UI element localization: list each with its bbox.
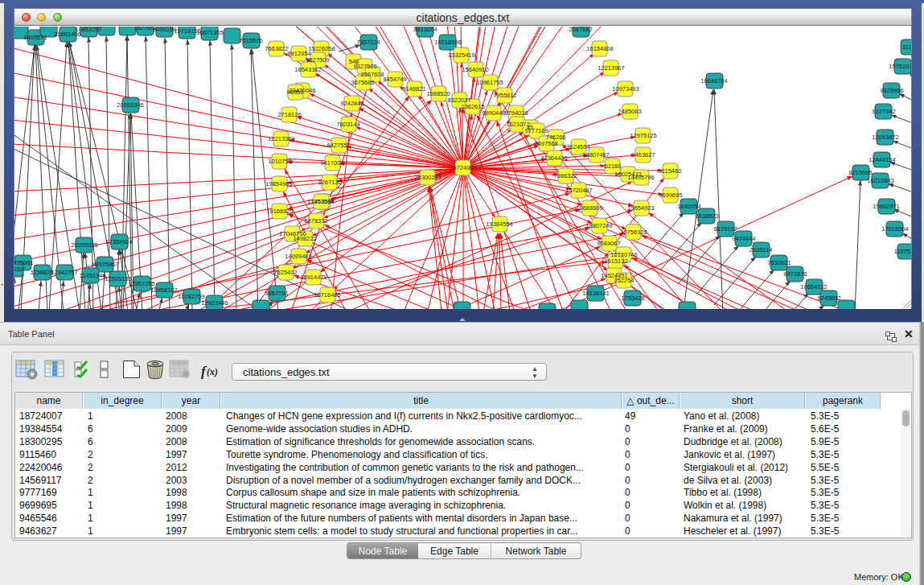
svg-text:8813054: 8813054 xyxy=(413,27,437,33)
svg-text:15692971: 15692971 xyxy=(873,203,899,210)
svg-text:1145194: 1145194 xyxy=(80,272,103,279)
svg-text:1640954: 1640954 xyxy=(677,203,700,210)
svg-text:16210643: 16210643 xyxy=(867,177,893,184)
svg-text:12093872: 12093872 xyxy=(872,134,898,141)
svg-text:7803144: 7803144 xyxy=(336,121,359,128)
svg-text:19854985: 19854985 xyxy=(265,180,292,187)
svg-text:1753426: 1753426 xyxy=(621,295,644,302)
svg-text:19166825: 19166825 xyxy=(266,208,293,215)
svg-text:3267130: 3267130 xyxy=(318,179,341,186)
svg-text:9245652: 9245652 xyxy=(817,295,840,302)
svg-text:12975125: 12975125 xyxy=(630,132,656,139)
svg-text:15226058: 15226058 xyxy=(308,45,335,52)
svg-text:10961755: 10961755 xyxy=(476,79,503,86)
svg-text:6497568: 6497568 xyxy=(534,140,557,147)
svg-text:1615132: 1615132 xyxy=(604,257,627,265)
svg-text:16543362: 16543362 xyxy=(294,66,321,73)
svg-text:17016504: 17016504 xyxy=(881,225,908,233)
svg-text:6466160: 6466160 xyxy=(153,27,176,33)
svg-text:12444154: 12444154 xyxy=(869,156,895,163)
svg-text:62160: 62160 xyxy=(605,163,622,170)
svg-text:12213967: 12213967 xyxy=(598,64,624,72)
svg-text:8454749: 8454749 xyxy=(383,76,406,83)
svg-text:8471676: 8471676 xyxy=(783,270,807,278)
svg-text:14495796: 14495796 xyxy=(627,174,654,181)
svg-text:8215955: 8215955 xyxy=(848,169,872,176)
svg-text:2718126: 2718126 xyxy=(277,111,301,118)
svg-text:14136141: 14136141 xyxy=(582,290,609,297)
svg-text:10756928: 10756928 xyxy=(620,229,647,236)
svg-text:7485063: 7485063 xyxy=(618,108,641,115)
svg-text:16914479: 16914479 xyxy=(300,274,326,281)
svg-text:15716485: 15716485 xyxy=(314,291,340,299)
svg-text:1117: 1117 xyxy=(902,43,911,51)
svg-text:5878332: 5878332 xyxy=(304,217,327,225)
svg-text:14099489: 14099489 xyxy=(285,253,311,260)
svg-text:10688609: 10688609 xyxy=(576,204,602,212)
svg-text:9327505: 9327505 xyxy=(353,63,376,70)
svg-text:7986322: 7986322 xyxy=(553,172,577,179)
svg-text:7625402: 7625402 xyxy=(273,269,297,276)
svg-text:8427552: 8427552 xyxy=(326,142,350,149)
svg-text:20053346: 20053346 xyxy=(117,101,143,109)
svg-text:1405571: 1405571 xyxy=(23,34,47,41)
svg-text:9463627: 9463627 xyxy=(631,151,655,159)
svg-text:9794028: 9794028 xyxy=(504,109,528,117)
svg-text:13325419: 13325419 xyxy=(448,51,474,59)
svg-text:7515526: 7515526 xyxy=(239,37,262,44)
svg-text:15720407: 15720407 xyxy=(565,187,592,194)
svg-text:12213369: 12213369 xyxy=(268,135,294,142)
svg-text:7663822: 7663822 xyxy=(265,45,288,52)
svg-text:18724007: 18724007 xyxy=(450,164,476,171)
svg-text:16671355: 16671355 xyxy=(196,29,223,36)
svg-text:1010755: 1010755 xyxy=(268,158,291,165)
svg-text:16648784: 16648784 xyxy=(700,77,727,84)
svg-text:20206535: 20206535 xyxy=(71,241,97,249)
svg-text:10853257: 10853257 xyxy=(75,27,101,33)
svg-text:16154808: 16154808 xyxy=(586,45,613,52)
svg-text:11353594: 11353594 xyxy=(308,198,335,205)
svg-text:3624554: 3624554 xyxy=(566,143,589,150)
svg-text:7955812: 7955812 xyxy=(493,92,516,99)
svg-text:9227342: 9227342 xyxy=(872,108,895,115)
svg-text:8938923: 8938923 xyxy=(695,212,718,220)
svg-text:9777169: 9777169 xyxy=(524,127,548,134)
svg-text:9146821: 9146821 xyxy=(402,85,425,93)
svg-text:1362615: 1362615 xyxy=(461,103,484,110)
svg-text:12942757: 12942757 xyxy=(51,269,77,276)
svg-text:1588520: 1588520 xyxy=(426,90,450,97)
svg-text:1156829: 1156829 xyxy=(31,269,54,276)
svg-text:7632621: 7632621 xyxy=(767,259,791,266)
svg-text:98961: 98961 xyxy=(287,89,304,96)
svg-text:19384554: 19384554 xyxy=(486,220,512,228)
svg-text:15751074: 15751074 xyxy=(889,63,911,70)
svg-text:1498222: 1498222 xyxy=(293,235,316,242)
svg-text:18807249: 18807249 xyxy=(585,222,612,229)
svg-text:9329966: 9329966 xyxy=(880,87,903,94)
svg-text:10973493: 10973493 xyxy=(612,85,639,93)
svg-text:2935114: 2935114 xyxy=(749,246,773,253)
svg-text:21364436: 21364436 xyxy=(540,154,567,162)
svg-text:25300293: 25300293 xyxy=(414,174,441,181)
svg-text:10807487: 10807487 xyxy=(582,151,609,159)
svg-text:9417004: 9417004 xyxy=(320,159,343,167)
svg-text:7357224: 7357224 xyxy=(356,39,380,46)
svg-text:9242848: 9242848 xyxy=(340,100,363,107)
svg-text:17359924: 17359924 xyxy=(105,238,132,245)
svg-text:1167534: 1167534 xyxy=(894,248,911,255)
svg-text:10958107: 10958107 xyxy=(150,286,177,294)
svg-text:252254: 252254 xyxy=(614,277,634,284)
svg-text:10654112: 10654112 xyxy=(801,283,827,290)
svg-text:19654923: 19654923 xyxy=(627,204,654,212)
svg-text:(x): (x) xyxy=(207,366,218,377)
svg-text:9474444: 9474444 xyxy=(732,235,755,242)
svg-text:39159: 39159 xyxy=(14,266,23,273)
svg-text:9827509: 9827509 xyxy=(306,56,329,64)
svg-text:2087682: 2087682 xyxy=(569,27,592,33)
svg-text:8990448: 8990448 xyxy=(482,109,505,117)
svg-text:12923446: 12923446 xyxy=(201,299,228,307)
svg-text:9699695: 9699695 xyxy=(659,192,682,199)
svg-text:19218596: 19218596 xyxy=(434,39,461,46)
svg-text:9115460: 9115460 xyxy=(659,167,682,175)
svg-text:90975867: 90975867 xyxy=(92,261,118,268)
